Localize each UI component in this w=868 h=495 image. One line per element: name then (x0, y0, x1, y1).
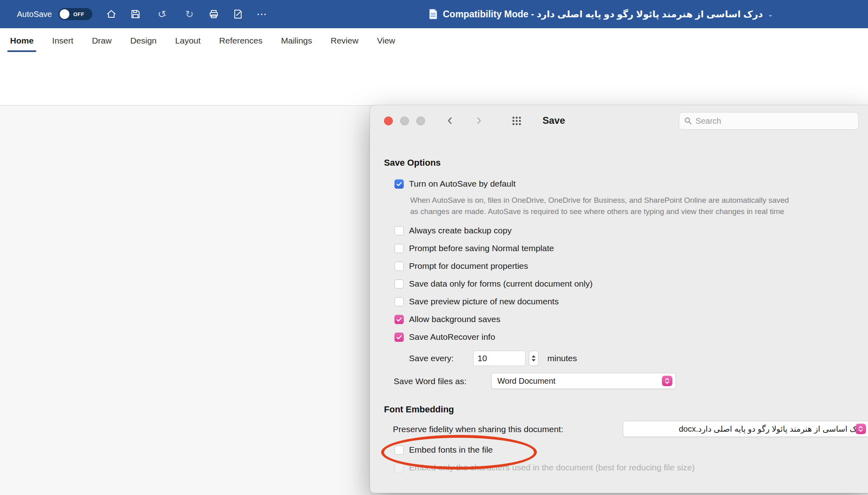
prompt-doc-properties-checkbox[interactable] (394, 262, 404, 271)
document-title: Compatibility Mode - درک اساسی از هنرمند… (443, 9, 763, 20)
save-button[interactable] (129, 7, 142, 21)
chevron-down-icon: ⌄ (163, 11, 167, 17)
background-saves-row: Allow background saves (394, 313, 500, 325)
autosave-description-line2: as changes are made. AutoSave is require… (410, 206, 789, 217)
prompt-doc-properties-row: Prompt for document properties (394, 260, 528, 272)
save-forms-data-label: Save data only for forms (current docume… (409, 279, 593, 289)
tab-home[interactable]: Home (1, 28, 43, 53)
prompt-normal-template-label: Prompt before saving Normal template (409, 243, 554, 253)
autorecover-row: Save AutoRecover info (394, 331, 495, 343)
save-preview-picture-row: Save preview picture of new documents (394, 295, 559, 308)
save-preview-picture-checkbox[interactable] (394, 297, 404, 306)
backup-copy-label: Always create backup copy (409, 226, 511, 235)
edit-document-button[interactable] (231, 7, 245, 21)
tab-view[interactable]: View (368, 28, 405, 53)
print-icon (209, 9, 219, 19)
zoom-button[interactable] (416, 116, 425, 125)
tab-mailings[interactable]: Mailings (272, 28, 321, 53)
save-options-heading: Save Options (384, 158, 441, 168)
redo-button[interactable]: ↻ (183, 7, 196, 21)
check-icon (396, 334, 403, 341)
preferences-grid-icon[interactable] (512, 116, 522, 126)
prompt-normal-template-checkbox[interactable] (394, 244, 404, 253)
backup-copy-row: Always create backup copy (394, 225, 511, 237)
home-button[interactable] (104, 7, 118, 21)
tab-design[interactable]: Design (121, 28, 166, 53)
tab-layout[interactable]: Layout (166, 28, 210, 53)
embed-fonts-checkbox[interactable] (394, 445, 404, 455)
font-embedding-heading: Font Embedding (384, 404, 454, 415)
save-every-label: Save every: (409, 354, 454, 363)
background-saves-checkbox[interactable] (394, 315, 404, 324)
prompt-doc-properties-label: Prompt for document properties (409, 261, 528, 271)
autosave-label: AutoSave (17, 10, 52, 19)
search-input[interactable] (695, 116, 853, 126)
embed-characters-row: Embed only the characters used in the do… (394, 462, 695, 474)
check-icon (396, 316, 403, 323)
home-icon (106, 9, 117, 19)
check-icon (396, 181, 403, 187)
embed-fonts-label: Embed fonts in the file (409, 445, 493, 455)
word-window: AutoSave OFF ↺ ⌄ ↻ (0, 0, 868, 495)
autorecover-label: Save AutoRecover info (409, 332, 495, 342)
search-field[interactable] (679, 112, 859, 130)
preserve-fidelity-select[interactable]: درک اساسی از هنرمند پائولا رگو دو پایه ا… (623, 421, 868, 437)
document-title-area[interactable]: Compatibility Mode - درک اساسی از هنرمند… (428, 0, 773, 28)
ribbon: ⌄ Paste Arial ⌄ 11 ⌄ Aˆ Aˇ Aa (0, 53, 868, 105)
embed-fonts-row: Embed fonts in the file (394, 444, 493, 456)
save-word-files-as-value: Word Document (497, 376, 555, 386)
chevron-down-icon: ⌄ (768, 10, 773, 18)
stepper-up-icon (532, 355, 536, 358)
save-every-stepper[interactable] (529, 351, 538, 366)
save-every-input[interactable] (473, 351, 526, 366)
preserve-fidelity-label: Preserve fidelity when sharing this docu… (393, 424, 563, 434)
save-word-files-as-select[interactable]: Word Document (491, 373, 676, 389)
stepper-down-icon (532, 359, 536, 362)
forward-button[interactable]: › (476, 112, 482, 128)
save-forms-data-checkbox[interactable] (394, 279, 404, 289)
dialog-title: Save (542, 115, 565, 126)
autosave-description: When AutoSave is on, files in OneDrive, … (410, 195, 789, 217)
embed-characters-label: Embed only the characters used in the do… (409, 463, 695, 472)
embed-characters-checkbox (394, 463, 404, 472)
select-arrows-icon (662, 376, 672, 386)
autosave-state-label: OFF (73, 11, 85, 17)
tab-review[interactable]: Review (321, 28, 368, 53)
print-button[interactable] (207, 7, 221, 21)
preserve-fidelity-value: درک اساسی از هنرمند پائولا رگو دو پایه ا… (629, 424, 864, 434)
titlebar: AutoSave OFF ↺ ⌄ ↻ (0, 0, 868, 28)
autosave-toggle-knob (60, 9, 69, 19)
save-preview-picture-label: Save preview picture of new documents (409, 297, 559, 306)
prompt-normal-template-row: Prompt before saving Normal template (394, 242, 554, 254)
autosave-option-label: Turn on AutoSave by default (409, 179, 515, 189)
close-button[interactable] (384, 116, 393, 125)
redo-icon: ↻ (185, 8, 194, 20)
tab-references[interactable]: References (210, 28, 271, 53)
save-icon (131, 9, 140, 19)
autosave-option-row: Turn on AutoSave by default (394, 178, 515, 190)
word-document-icon (428, 8, 438, 20)
autosave-toggle[interactable]: OFF (58, 8, 92, 20)
minimize-button[interactable] (400, 116, 409, 125)
tab-insert[interactable]: Insert (43, 28, 83, 53)
save-word-files-as-label: Save Word files as: (394, 376, 467, 386)
save-preferences-dialog: ‹ › Save Save Options Turn on AutoSave b… (370, 105, 868, 493)
tab-draw[interactable]: Draw (83, 28, 121, 53)
ellipsis-icon: ⋯ (257, 8, 268, 21)
search-icon (684, 117, 692, 125)
background-saves-label: Allow background saves (409, 314, 500, 324)
back-button[interactable]: ‹ (447, 112, 453, 128)
save-every-unit: minutes (547, 354, 577, 363)
autorecover-checkbox[interactable] (394, 333, 404, 342)
select-arrows-icon (855, 424, 866, 434)
more-commands-button[interactable]: ⋯ (255, 7, 269, 21)
save-forms-data-row: Save data only for forms (current docume… (394, 278, 593, 290)
autosave-description-line1: When AutoSave is on, files in OneDrive, … (410, 195, 789, 206)
ribbon-tabs: Home Insert Draw Design Layout Reference… (0, 28, 868, 53)
backup-copy-checkbox[interactable] (394, 226, 404, 235)
edit-document-icon (233, 9, 243, 19)
undo-button[interactable]: ↺ ⌄ (153, 7, 172, 21)
autosave-checkbox[interactable] (394, 179, 404, 189)
